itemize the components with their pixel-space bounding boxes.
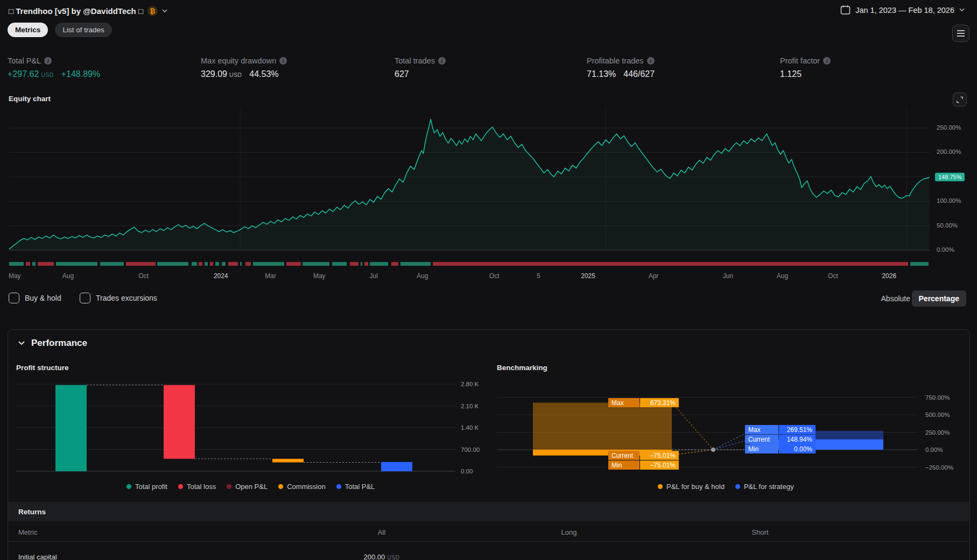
profit-y-tick: 0.00 [461, 468, 473, 474]
bench-legend: P&L for buy & holdP&L for strategy [658, 483, 794, 491]
returns-title: Returns [18, 508, 46, 516]
stat-label: Total P&Li [8, 56, 52, 65]
buyhold-min-tooltip: Min−75.01% [608, 460, 679, 470]
legend-label: P&L for strategy [744, 483, 794, 491]
checkbox[interactable] [9, 293, 19, 303]
bar-total-profit [55, 385, 87, 471]
returns-row-all: 200.00USD [363, 553, 399, 560]
view-option-percentage[interactable]: Percentage [912, 290, 966, 307]
info-icon[interactable]: i [647, 57, 655, 65]
toggle-trades-excursions[interactable]: Trades excursions [80, 293, 157, 303]
bench-y-tick: 250.00% [925, 429, 950, 436]
bench-y-tick: −250.00% [925, 464, 953, 471]
toggle-buy-hold[interactable]: Buy & hold [9, 293, 61, 303]
strategy-min-tooltip: Min0.00% [745, 444, 816, 453]
legend-label: P&L for buy & hold [666, 483, 725, 491]
profit-y-tick: 2.10 K [461, 403, 479, 409]
stat-value-main: 1.125 [780, 69, 802, 79]
legend-label: Total loss [187, 483, 216, 491]
stat-value: 329.09USD44.53% [201, 69, 279, 79]
stat-value: 627 [395, 69, 409, 79]
stat-value-main: 627 [395, 69, 409, 79]
stat-label-text: Profit factor [780, 56, 820, 65]
stat-label: Max equity drawdowni [201, 56, 287, 65]
buyhold-current-tooltip: Current−75.01% [608, 451, 679, 460]
value: 200.00 [363, 553, 385, 560]
tooltip-value: −75.01% [640, 460, 679, 470]
checkbox[interactable] [80, 293, 90, 303]
legend-label: Total profit [135, 483, 167, 491]
profit-y-tick: 700.00 [461, 446, 480, 453]
returns-header-metric: Metric [18, 528, 37, 536]
profit-y-tick: 2.80 K [461, 381, 479, 387]
legend-dot [126, 484, 131, 489]
legend-item-open-p-l[interactable]: Open P&L [227, 483, 268, 491]
tooltip-value: 269.51% [779, 425, 816, 434]
bench-y-tick: 750.00% [925, 394, 950, 401]
tooltip-label: Min [745, 444, 778, 453]
returns-header-short: Short [751, 528, 768, 536]
stat-value-secondary: 446/627 [623, 69, 655, 79]
legend-dot [278, 484, 283, 489]
tab-list-of-trades[interactable]: List of trades [55, 23, 111, 37]
strategy-current-tooltip: Current148.94% [745, 435, 816, 444]
app-root: □ Trendhoo [v5] by @DaviddTech □ ₿ Jan 1… [0, 0, 977, 560]
checkbox-label: Trades excursions [96, 294, 157, 302]
tooltip-value: 0.00% [779, 444, 816, 453]
stat-label: Profit factori [780, 56, 831, 65]
returns-header-divider [8, 541, 969, 542]
bar-total-loss [164, 385, 195, 459]
legend-item-p-l-for-buy-hold[interactable]: P&L for buy & hold [658, 483, 725, 491]
returns-section-header[interactable]: Returns [8, 502, 969, 521]
info-icon[interactable]: i [44, 57, 52, 65]
legend-dot [735, 484, 740, 489]
legend-dot [658, 484, 663, 489]
info-icon[interactable]: i [279, 57, 287, 65]
returns-header-long: Long [561, 528, 577, 536]
value-unit: USD [387, 554, 399, 560]
stat-label-text: Total P&L [8, 56, 41, 65]
bar-total-p-l [381, 462, 412, 471]
tooltip-label: Max [608, 398, 639, 407]
profit-legend: Total profitTotal lossOpen P&LCommission… [126, 483, 375, 491]
tooltip-value: 673.31% [640, 398, 679, 407]
stat-label: Profitable tradesi [587, 56, 655, 65]
stat-value-unit: USD [229, 72, 242, 78]
stat-value-secondary: 44.53% [249, 69, 278, 79]
legend-dot [227, 484, 231, 489]
tooltip-label: Max [745, 425, 778, 434]
stat-value-main: 329.09 [201, 69, 227, 79]
info-icon[interactable]: i [823, 57, 831, 65]
stat-value-main: +297.62 [8, 69, 39, 79]
stat-label-text: Total trades [395, 56, 435, 65]
tooltip-value: −75.01% [640, 451, 679, 460]
info-icon[interactable]: i [438, 57, 446, 65]
view-option-absolute[interactable]: Absolute [878, 294, 913, 303]
strategy-max-tooltip: Max269.51% [745, 425, 816, 434]
profit-y-tick: 1.40 K [461, 424, 479, 431]
stat-value: 71.13%446/627 [587, 69, 655, 79]
tooltip-label: Current [608, 451, 639, 460]
legend-item-total-profit[interactable]: Total profit [126, 483, 167, 491]
returns-header-all: All [378, 528, 385, 536]
tooltip-label: Current [745, 435, 778, 444]
bench-y-tick: 500.00% [925, 412, 950, 418]
legend-item-commission[interactable]: Commission [278, 483, 326, 491]
legend-label: Total P&L [345, 483, 375, 491]
stat-value: +297.62USD+148.89% [8, 69, 100, 79]
stat-value-secondary: +148.89% [61, 69, 101, 79]
tooltip-label: Min [608, 460, 639, 470]
legend-item-total-loss[interactable]: Total loss [178, 483, 216, 491]
returns-row-metric: Initial capital [18, 553, 57, 560]
stat-value-main: 71.13% [587, 69, 616, 79]
legend-label: Commission [287, 483, 326, 491]
tooltip-value: 148.94% [779, 435, 816, 444]
stat-value-unit: USD [41, 72, 53, 78]
legend-label: Open P&L [235, 483, 268, 491]
performance-charts [0, 0, 977, 560]
checkbox-label: Buy & hold [25, 294, 61, 302]
legend-item-p-l-for-strategy[interactable]: P&L for strategy [735, 483, 794, 491]
legend-item-total-p-l[interactable]: Total P&L [336, 483, 375, 491]
bar-commission [272, 459, 304, 463]
tab-metrics[interactable]: Metrics [8, 23, 48, 37]
